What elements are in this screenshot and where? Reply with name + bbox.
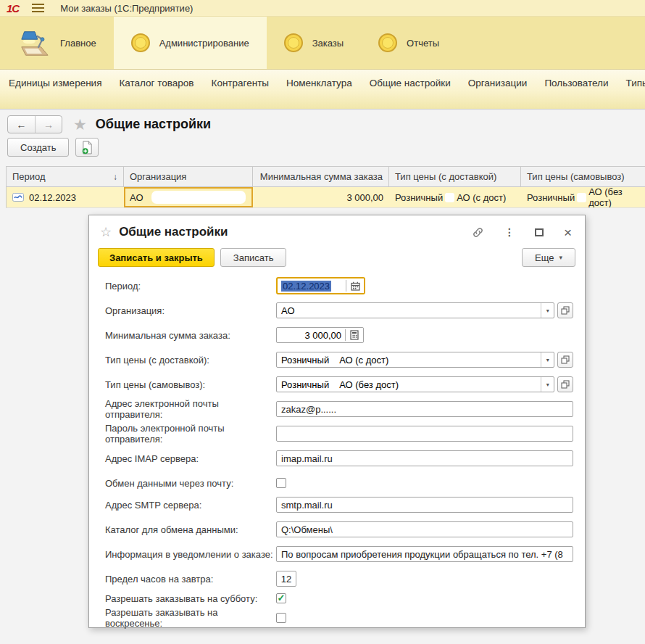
form-row-imap: Адрес IMAP сервера: imap.mail.ru — [105, 450, 573, 466]
imap-field[interactable]: imap.mail.ru — [276, 450, 573, 466]
more-menu-icon[interactable]: ⋮ — [504, 227, 515, 237]
nav-item-users[interactable]: Пользователи — [544, 78, 608, 109]
sunday-checkbox[interactable] — [276, 613, 286, 623]
sections-panel: Главное Администрирование Заказы Отчеты — [0, 17, 645, 70]
form-row-saturday: Разрешать заказывать на субботу: ✓ — [105, 590, 573, 606]
functions-panel: Единицы измерения Каталог товаров Контра… — [0, 70, 645, 109]
column-header-min-sum[interactable]: Минимальная сумма заказа — [253, 167, 389, 186]
form-row-sender-email: Адрес электронной почты отправителя: zak… — [105, 401, 573, 417]
field-label: Адрес SMTP сервера: — [105, 500, 276, 511]
table-header: Период ↓ Организация Минимальная сумма з… — [6, 166, 645, 187]
column-header-price-pickup[interactable]: Тип цены (самовывоз) — [521, 167, 645, 186]
form-row-tomorrow-limit: Предел часов на завтра: 12 — [105, 571, 573, 587]
section-tab-orders[interactable]: Заказы — [267, 17, 361, 69]
field-label: Информация в уведомлении о заказе: — [105, 549, 276, 560]
section-tab-administration[interactable]: Администрирование — [114, 17, 267, 69]
open-icon — [561, 380, 570, 389]
form-row-exchange-catalog: Каталог для обмена данными: Q:\Обмены\ — [105, 521, 573, 537]
section-tab-main[interactable]: Главное — [0, 17, 114, 69]
section-tab-label: Отчеты — [407, 38, 439, 49]
cell-price-pickup[interactable]: Розничный АО (без дост) — [521, 187, 645, 207]
main-menu-icon[interactable] — [32, 4, 44, 12]
settings-table: Период ↓ Организация Минимальная сумма з… — [6, 166, 645, 208]
open-item-button[interactable] — [557, 302, 573, 318]
desk-lamp-icon — [17, 28, 51, 58]
save-button[interactable]: Записать — [220, 248, 287, 267]
price-delivery-field[interactable]: Розничный АО (с дост) ▾ — [276, 352, 554, 368]
back-icon[interactable]: ← — [8, 116, 35, 133]
calculator-icon[interactable] — [346, 328, 363, 342]
field-label: Организация: — [105, 305, 276, 316]
dialog-general-settings: ☆ Общие настройки ⋮ × Записать и закрыть… — [88, 215, 586, 628]
nav-item-contractors[interactable]: Контрагенты — [212, 78, 270, 109]
open-item-button[interactable] — [557, 376, 573, 392]
min-sum-field[interactable]: 3 000,00 — [276, 327, 364, 343]
field-label: Тип цены (с доставкой): — [105, 355, 276, 366]
dialog-header: ☆ Общие настройки ⋮ × — [89, 215, 585, 243]
list-toolbar: Создать — [7, 138, 99, 157]
nav-item-catalog[interactable]: Каталог товаров — [119, 78, 194, 109]
column-header-period[interactable]: Период ↓ — [7, 167, 124, 186]
tomorrow-limit-field[interactable]: 12 — [276, 571, 296, 587]
form-row-smtp: Адрес SMTP сервера: smtp.mail.ru — [105, 497, 573, 513]
smtp-field[interactable]: smtp.mail.ru — [276, 497, 573, 513]
coin-icon — [378, 33, 397, 52]
dialog-title: Общие настройки — [119, 225, 228, 239]
maximize-icon[interactable] — [535, 228, 544, 236]
cell-price-delivery[interactable]: Розничный АО (с дост) — [389, 187, 521, 207]
create-button[interactable]: Создать — [7, 138, 69, 157]
cell-min-sum[interactable]: 3 000,00 — [253, 187, 389, 207]
save-and-close-button[interactable]: Записать и закрыть — [98, 248, 215, 267]
organization-field[interactable]: АО ▾ — [276, 302, 554, 318]
favorite-star-outline-icon[interactable]: ☆ — [100, 226, 112, 239]
saturday-checkbox[interactable]: ✓ — [276, 593, 286, 603]
form-row-price-delivery: Тип цены (с доставкой): Розничный АО (с … — [105, 352, 573, 368]
redaction — [445, 193, 454, 202]
forward-icon[interactable]: → — [35, 116, 62, 133]
form-row-sender-password: Пароль электронной почты отправителя: — [105, 426, 573, 442]
column-header-organization[interactable]: Организация — [124, 167, 253, 186]
nav-item-organizations[interactable]: Организации — [468, 78, 528, 109]
dropdown-icon[interactable]: ▾ — [541, 352, 554, 367]
redaction — [151, 191, 246, 204]
create-by-copy-button[interactable] — [75, 138, 99, 157]
dropdown-icon[interactable]: ▾ — [541, 303, 554, 318]
document-plus-icon — [81, 141, 93, 154]
section-tab-reports[interactable]: Отчеты — [361, 17, 457, 69]
history-buttons: ← → — [7, 115, 62, 133]
nav-item-nomenclature[interactable]: Номенклатура — [286, 78, 352, 109]
nav-item-general-settings[interactable]: Общие настройки — [370, 78, 451, 109]
field-label: Обмен данными через почту: — [105, 478, 276, 489]
form-row-period: Период: 02.12.2023 — [105, 278, 573, 294]
table-row[interactable]: 02.12.2023 АО 3 000,00 Розничный АО (с д… — [6, 187, 645, 208]
cell-period[interactable]: 02.12.2023 — [7, 187, 124, 207]
link-icon[interactable] — [472, 226, 484, 239]
exchange-catalog-field[interactable]: Q:\Обмены\ — [276, 521, 573, 537]
chevron-down-icon: ▾ — [559, 254, 562, 261]
section-tab-label: Главное — [60, 38, 96, 49]
sender-password-field[interactable] — [276, 426, 573, 442]
field-label: Тип цены (самовывоз): — [105, 379, 276, 390]
section-tab-label: Администрирование — [159, 38, 249, 49]
field-label: Разрешать заказывать на воскресенье: — [105, 607, 276, 629]
more-button[interactable]: Еще ▾ — [522, 248, 575, 267]
nav-item-units[interactable]: Единицы измерения — [9, 78, 101, 109]
column-header-price-delivery[interactable]: Тип цены (с доставкой) — [389, 167, 521, 186]
period-field[interactable]: 02.12.2023 — [276, 277, 365, 294]
open-item-button[interactable] — [557, 352, 573, 368]
price-pickup-field[interactable]: Розничный АО (без дост) ▾ — [276, 376, 554, 392]
mail-exchange-checkbox[interactable] — [276, 478, 286, 488]
favorite-star-icon[interactable]: ★ — [73, 117, 87, 132]
record-icon — [12, 193, 24, 202]
field-label: Каталог для обмена данными: — [105, 524, 276, 535]
open-icon — [561, 306, 570, 315]
field-label: Предел часов на завтра: — [105, 574, 276, 585]
page-header: ← → ★ Общие настройки — [7, 115, 211, 133]
dropdown-icon[interactable]: ▾ — [541, 377, 554, 392]
close-icon[interactable]: × — [564, 226, 572, 239]
nav-item-price-types[interactable]: Типы цен ном — [626, 78, 645, 109]
order-info-field[interactable]: По вопросам приобретения продукции обращ… — [276, 546, 573, 562]
cell-organization[interactable]: АО — [124, 187, 253, 207]
sender-email-field[interactable]: zakaz@p...... — [276, 401, 573, 417]
calendar-icon[interactable] — [346, 278, 364, 293]
